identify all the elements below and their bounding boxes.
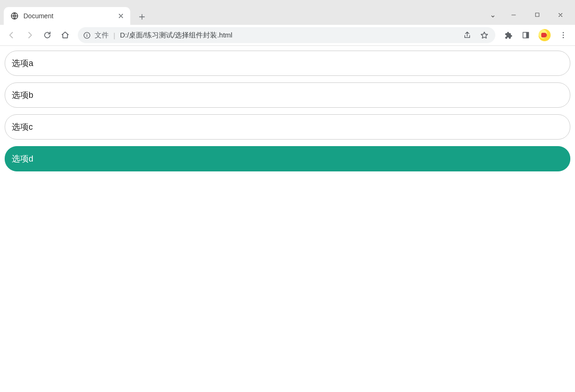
svg-rect-1 [535, 13, 539, 17]
reload-button[interactable] [39, 27, 55, 43]
url-path: D:/桌面/练习测试/选择组件封装.html [120, 31, 457, 40]
forward-button[interactable] [22, 27, 37, 43]
site-info-icon[interactable] [82, 31, 91, 39]
browser-toolbar: 文件 | D:/桌面/练习测试/选择组件封装.html [0, 25, 575, 46]
option-d[interactable]: 选项d [5, 146, 570, 171]
window-controls: ⌄ [483, 5, 575, 25]
browser-tab-strip: Document ⌄ [0, 5, 575, 25]
side-panel-button[interactable] [518, 27, 534, 43]
chrome-menu-button[interactable] [555, 27, 571, 43]
window-titlebar [0, 0, 575, 5]
svg-point-6 [563, 35, 564, 36]
url-scheme-label: 文件 [95, 31, 109, 40]
option-c[interactable]: 选项c [5, 114, 570, 140]
svg-point-7 [563, 37, 564, 38]
option-b[interactable]: 选项b [5, 82, 570, 108]
option-label: 选项d [12, 154, 33, 163]
browser-tab-active[interactable]: Document [4, 7, 130, 25]
share-button[interactable] [461, 29, 474, 42]
tab-close-button[interactable] [117, 12, 125, 20]
window-minimize-button[interactable] [502, 7, 525, 23]
extensions-button[interactable] [500, 27, 516, 43]
option-label: 选项c [12, 122, 33, 132]
page-content: 选项a选项b选项c选项d [0, 46, 575, 183]
window-close-button[interactable] [549, 7, 572, 23]
option-label: 选项a [12, 59, 33, 68]
url-divider: | [112, 31, 116, 39]
address-bar[interactable]: 文件 | D:/桌面/练习测试/选择组件封装.html [78, 27, 495, 43]
bookmark-button[interactable] [478, 29, 491, 42]
new-tab-button[interactable] [134, 9, 150, 25]
option-label: 选项b [12, 90, 33, 100]
svg-rect-4 [527, 32, 529, 38]
window-maximize-button[interactable] [525, 7, 549, 23]
options-list: 选项a选项b选项c选项d [5, 51, 570, 171]
svg-point-5 [563, 32, 564, 33]
window-dropdown-button[interactable]: ⌄ [483, 7, 502, 23]
chevron-down-icon: ⌄ [490, 10, 496, 19]
back-button[interactable] [4, 27, 20, 43]
globe-icon [10, 12, 19, 20]
tab-title: Document [23, 12, 112, 20]
profile-avatar[interactable] [538, 29, 551, 41]
home-button[interactable] [57, 27, 73, 43]
option-a[interactable]: 选项a [5, 51, 570, 76]
